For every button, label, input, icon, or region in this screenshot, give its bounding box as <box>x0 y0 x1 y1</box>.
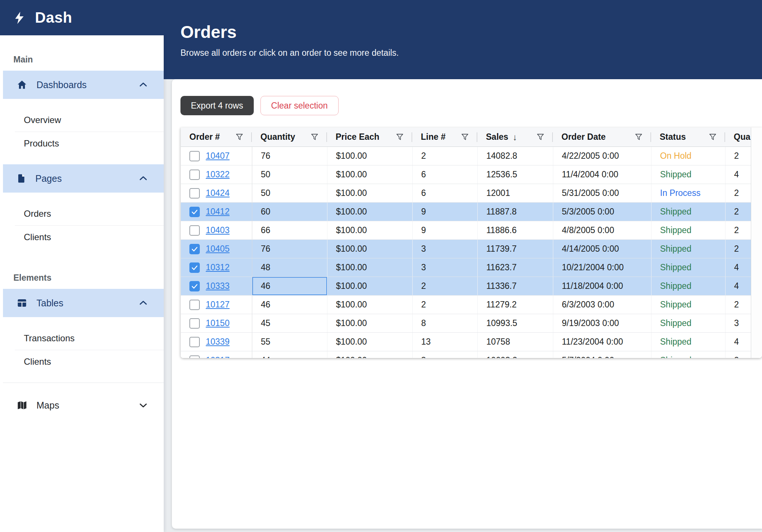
status-cell[interactable]: In Process <box>651 184 725 202</box>
status-cell[interactable]: Shipped <box>651 165 725 184</box>
order-cell[interactable]: 10339 <box>181 333 252 351</box>
col-header-date[interactable]: Order Date <box>553 128 651 146</box>
order-cell[interactable]: 10150 <box>181 314 252 332</box>
line-cell[interactable]: 2 <box>412 277 477 295</box>
sales-cell[interactable]: 11887.8 <box>477 203 553 221</box>
price-cell[interactable]: $100.00 <box>327 240 412 258</box>
sales-cell[interactable]: 11739.7 <box>477 240 553 258</box>
order-cell[interactable]: 10424 <box>181 184 252 202</box>
table-row[interactable]: 10150 45 $100.00 8 10993.5 9/19/2003 0:0… <box>181 314 751 333</box>
col-header-status[interactable]: Status <box>651 128 725 146</box>
table-row[interactable]: 10312 48 $100.00 3 11623.7 10/21/2004 0:… <box>181 258 751 277</box>
col-header-order[interactable]: Order # <box>181 128 252 146</box>
col-header-sales[interactable]: Sales ↓ <box>477 128 553 146</box>
date-cell[interactable]: 11/23/2004 0:00 <box>553 333 651 351</box>
row-checkbox[interactable] <box>189 262 200 273</box>
table-row[interactable]: 10407 76 $100.00 2 14082.8 4/22/2005 0:0… <box>181 147 751 165</box>
date-cell[interactable]: 11/4/2004 0:00 <box>553 165 651 184</box>
sidebar-item-transactions[interactable]: Transactions <box>15 327 164 350</box>
quarter-cell[interactable]: 2 <box>725 203 751 221</box>
sidebar-item-overview[interactable]: Overview <box>15 109 164 132</box>
order-link[interactable]: 10412 <box>206 207 230 217</box>
status-cell[interactable]: Shipped <box>651 277 725 295</box>
sales-cell[interactable]: 14082.8 <box>477 147 553 165</box>
sidebar-item-clients-2[interactable]: Clients <box>15 350 164 373</box>
sales-cell[interactable]: 10758 <box>477 333 553 351</box>
order-link[interactable]: 10333 <box>206 281 230 291</box>
line-cell[interactable]: 3 <box>412 351 477 358</box>
row-checkbox[interactable] <box>189 188 200 199</box>
sales-cell[interactable]: 11886.6 <box>477 221 553 239</box>
table-row[interactable]: 10333 46 $100.00 2 11336.7 11/18/2004 0:… <box>181 277 751 296</box>
table-row[interactable]: 10412 60 $100.00 9 11887.8 5/3/2005 0:00… <box>181 203 751 221</box>
date-cell[interactable]: 4/22/2005 0:00 <box>553 147 651 165</box>
order-link[interactable]: 10317 <box>206 355 230 358</box>
export-rows-button[interactable]: Export 4 rows <box>180 96 254 115</box>
row-checkbox[interactable] <box>189 244 200 254</box>
line-cell[interactable]: 3 <box>412 258 477 277</box>
filter-icon[interactable] <box>396 133 404 141</box>
date-cell[interactable]: 11/18/2004 0:00 <box>553 277 651 295</box>
filter-icon[interactable] <box>708 133 717 141</box>
status-cell[interactable]: Shipped <box>651 351 725 358</box>
sidebar-item-pages[interactable]: Pages <box>3 164 164 193</box>
filter-icon[interactable] <box>461 133 469 141</box>
sidebar-item-clients[interactable]: Clients <box>15 225 164 248</box>
sidebar-item-orders[interactable]: Orders <box>15 202 164 225</box>
price-cell[interactable]: $100.00 <box>327 147 412 165</box>
date-cell[interactable]: 5/31/2005 0:00 <box>553 184 651 202</box>
col-header-quarter[interactable]: Qua <box>725 128 751 146</box>
line-cell[interactable]: 9 <box>412 221 477 239</box>
date-cell[interactable]: 4/8/2005 0:00 <box>553 221 651 239</box>
sales-cell[interactable]: 11279.2 <box>477 296 553 314</box>
quarter-cell[interactable]: 2 <box>725 147 751 165</box>
row-checkbox[interactable] <box>189 318 200 329</box>
filter-icon[interactable] <box>235 133 244 141</box>
status-cell[interactable]: Shipped <box>651 333 725 351</box>
order-link[interactable]: 10312 <box>206 262 230 273</box>
status-cell[interactable]: On Hold <box>651 147 725 165</box>
row-checkbox[interactable] <box>189 300 200 310</box>
sidebar-item-tables[interactable]: Tables <box>3 289 164 317</box>
line-cell[interactable]: 6 <box>412 184 477 202</box>
price-cell[interactable]: $100.00 <box>327 165 412 184</box>
quarter-cell[interactable]: 2 <box>725 221 751 239</box>
order-cell[interactable]: 10403 <box>181 221 252 239</box>
sales-cell[interactable]: 12001 <box>477 184 553 202</box>
order-link[interactable]: 10424 <box>206 188 230 198</box>
date-cell[interactable]: 5/7/2004 0:00 <box>553 351 651 358</box>
price-cell[interactable]: $100.00 <box>327 314 412 332</box>
quantity-cell[interactable]: 45 <box>252 314 327 332</box>
quarter-cell[interactable]: 4 <box>725 165 751 184</box>
order-link[interactable]: 10127 <box>206 300 230 310</box>
quantity-cell[interactable]: 66 <box>252 221 327 239</box>
order-cell[interactable]: 10312 <box>181 258 252 277</box>
price-cell[interactable]: $100.00 <box>327 333 412 351</box>
order-cell[interactable]: 10405 <box>181 240 252 258</box>
table-row[interactable]: 10339 55 $100.00 13 10758 11/23/2004 0:0… <box>181 333 751 351</box>
row-checkbox[interactable] <box>189 170 200 180</box>
table-row[interactable]: 10424 50 $100.00 6 12001 5/31/2005 0:00 … <box>181 184 751 203</box>
col-header-price[interactable]: Price Each <box>327 128 412 146</box>
status-cell[interactable]: Shipped <box>651 258 725 277</box>
quantity-cell[interactable]: 60 <box>252 203 327 221</box>
sidebar-item-products[interactable]: Products <box>15 132 164 155</box>
price-cell[interactable]: $100.00 <box>327 277 412 295</box>
sales-cell[interactable]: 10993.5 <box>477 314 553 332</box>
clear-selection-button[interactable]: Clear selection <box>260 96 339 115</box>
row-checkbox[interactable] <box>189 355 200 358</box>
sort-desc-icon[interactable]: ↓ <box>513 132 517 142</box>
table-row[interactable]: 10322 50 $100.00 6 12536.5 11/4/2004 0:0… <box>181 165 751 184</box>
status-cell[interactable]: Shipped <box>651 203 725 221</box>
date-cell[interactable]: 9/19/2003 0:00 <box>553 314 651 332</box>
status-cell[interactable]: Shipped <box>651 296 725 314</box>
quantity-cell[interactable]: 44 <box>252 351 327 358</box>
filter-icon[interactable] <box>634 133 643 141</box>
sales-cell[interactable]: 11336.7 <box>477 277 553 295</box>
filter-icon[interactable] <box>536 133 545 141</box>
row-checkbox[interactable] <box>189 281 200 291</box>
table-row[interactable]: 10403 66 $100.00 9 11886.6 4/8/2005 0:00… <box>181 221 751 240</box>
line-cell[interactable]: 13 <box>412 333 477 351</box>
table-row[interactable]: 10405 76 $100.00 3 11739.7 4/14/2005 0:0… <box>181 240 751 258</box>
sidebar-item-maps[interactable]: Maps <box>3 391 164 419</box>
